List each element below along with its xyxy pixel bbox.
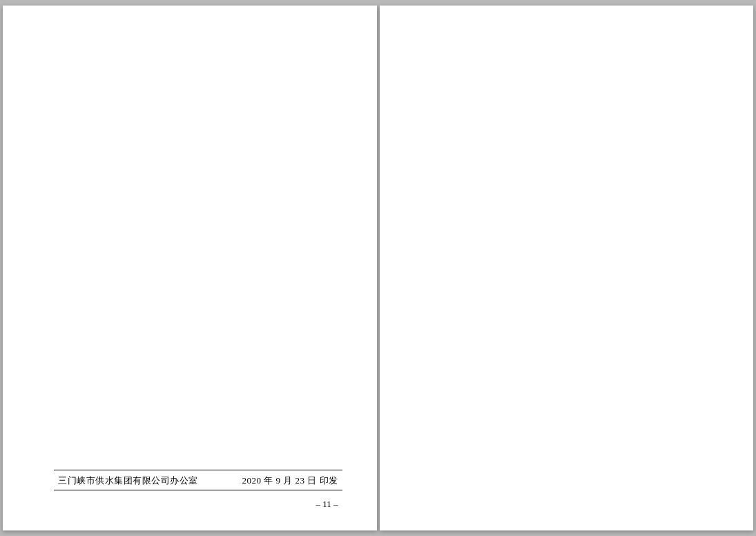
footer-top-rule bbox=[54, 470, 342, 470]
footer-area: 三门峡市供水集团有限公司办公室 2020 年 9 月 23 日 印发 bbox=[54, 470, 342, 490]
footer-issuer: 三门峡市供水集团有限公司办公室 bbox=[58, 475, 198, 487]
footer-text-row: 三门峡市供水集团有限公司办公室 2020 年 9 月 23 日 印发 bbox=[54, 472, 342, 490]
footer-date: 2020 年 9 月 23 日 印发 bbox=[242, 475, 338, 487]
page-right bbox=[380, 6, 754, 530]
page-number: – 11 – bbox=[316, 499, 338, 510]
page-left: 三门峡市供水集团有限公司办公室 2020 年 9 月 23 日 印发 – 11 … bbox=[3, 6, 377, 530]
pages-container: 三门峡市供水集团有限公司办公室 2020 年 9 月 23 日 印发 – 11 … bbox=[0, 0, 756, 536]
